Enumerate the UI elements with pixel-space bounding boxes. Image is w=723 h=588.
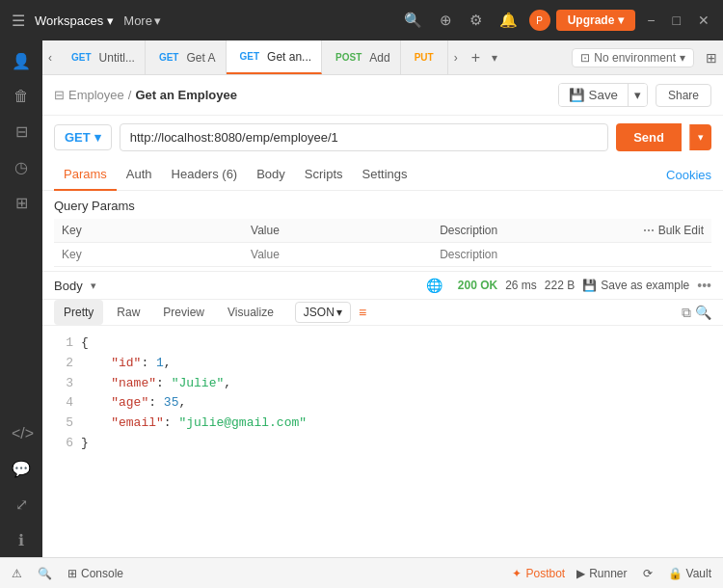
save-icon: 💾 <box>569 88 585 102</box>
method-chevron: ▾ <box>94 130 101 145</box>
tab-next-button[interactable]: › <box>448 40 464 74</box>
format-label: JSON <box>304 306 335 319</box>
tab-method-get: GET <box>67 51 95 64</box>
vault-button[interactable]: 🔒 Vault <box>664 567 715 580</box>
workspaces-menu[interactable]: Workspaces ▾ <box>35 13 114 28</box>
add-tab-button[interactable]: + <box>464 49 488 67</box>
copy-icon[interactable]: ⧉ <box>682 305 691 321</box>
tab-method-get: GET <box>236 50 264 63</box>
tab-prev-button[interactable]: ‹ <box>42 40 58 74</box>
tab-label: Add <box>369 51 389 65</box>
tabs-bar: ‹ GET Untitl... GET Get A GET Get an... … <box>42 40 723 75</box>
response-tabs: Pretty Raw Preview Visualize JSON ▾ ≡ ⧉ … <box>42 300 723 326</box>
tab-add[interactable]: POST Add <box>322 40 401 74</box>
minimize-button[interactable]: − <box>641 9 660 32</box>
console-button[interactable]: ⊞ Console <box>64 567 127 580</box>
request-tabs: Params Auth Headers (6) Body Scripts Set… <box>42 159 723 191</box>
sidebar-icon-grid[interactable]: ⊞ <box>4 186 39 220</box>
maximize-button[interactable]: □ <box>667 9 686 32</box>
resp-tab-raw[interactable]: Raw <box>107 300 149 325</box>
layout-icon[interactable]: ⊞ <box>700 50 723 66</box>
param-value-input[interactable] <box>251 248 424 261</box>
sidebar-icon-rotate[interactable]: ⤢ <box>4 488 39 521</box>
param-key-input[interactable] <box>62 248 235 261</box>
sidebar-icon-comment[interactable]: 💬 <box>4 452 39 486</box>
body-chevron[interactable]: ▾ <box>91 280 96 292</box>
sidebar-icon-person[interactable]: 👤 <box>4 44 39 78</box>
topbar: ☰ Workspaces ▾ More ▾ 🔍 ⊕ ⚙ 🔔 P Upgrade … <box>0 0 723 40</box>
req-tab-body[interactable]: Body <box>247 159 295 191</box>
send-button[interactable]: Send <box>616 123 682 151</box>
req-tab-headers[interactable]: Headers (6) <box>162 159 248 191</box>
status-badge: 200 OK <box>458 279 497 292</box>
warning-button[interactable]: ⚠ <box>8 567 26 580</box>
tab-get-a[interactable]: GET Get A <box>146 40 227 74</box>
save-label: Save <box>589 88 618 102</box>
tab-label: Get an... <box>267 50 311 64</box>
sidebar-icon-collections[interactable]: ⊟ <box>4 115 39 148</box>
postbot-button[interactable]: ✦ Postbot <box>512 567 565 580</box>
url-bar: GET ▾ Send ▾ <box>42 116 723 159</box>
filter-icon[interactable]: ≡ <box>359 305 366 320</box>
globe-icon: 🌐 <box>426 278 442 293</box>
menu-icon[interactable]: ☰ <box>8 8 29 34</box>
json-line-6: 6 } <box>54 434 711 454</box>
vault-label: Vault <box>686 567 711 580</box>
close-button[interactable]: ✕ <box>692 9 715 32</box>
resp-tab-visualize[interactable]: Visualize <box>218 300 283 325</box>
save-example-button[interactable]: 💾 Save as example <box>582 279 689 292</box>
request-header: ⊟ Employee / Get an Employee 💾 Save ▾ Sh… <box>42 75 723 116</box>
format-select[interactable]: JSON ▾ <box>295 302 351 323</box>
req-tab-scripts[interactable]: Scripts <box>295 159 353 191</box>
response-section: Body ▾ 🌐 200 OK 26 ms 222 B 💾 Save as ex… <box>42 271 723 557</box>
param-description-input[interactable] <box>440 248 613 261</box>
req-tab-auth[interactable]: Auth <box>117 159 162 191</box>
size-badge: 222 B <box>545 279 575 292</box>
runner-button[interactable]: ▶ Runner <box>573 567 630 580</box>
params-table: Key Value Description ⋯ Bulk Edit <box>54 219 711 267</box>
upgrade-button[interactable]: Upgrade ▾ <box>556 10 636 31</box>
more-menu[interactable]: More ▾ <box>123 13 161 28</box>
resp-tab-pretty[interactable]: Pretty <box>54 300 103 325</box>
resp-tab-preview[interactable]: Preview <box>153 300 214 325</box>
tab-get-employee[interactable]: GET Get an... <box>227 40 323 74</box>
search-response-icon[interactable]: 🔍 <box>695 305 711 320</box>
environment-select[interactable]: ⊡ No environment ▾ <box>572 48 694 67</box>
response-more-button[interactable]: ••• <box>697 278 711 293</box>
bell-icon[interactable]: 🔔 <box>494 8 523 33</box>
json-line-4: 4 "age": 35, <box>54 393 711 414</box>
search-bottom-button[interactable]: 🔍 <box>34 567 56 580</box>
avatar[interactable]: P <box>529 10 550 31</box>
bulk-edit-label[interactable]: Bulk Edit <box>658 224 704 237</box>
tabs-dropdown-button[interactable]: ▾ <box>488 51 501 65</box>
col-value: Value <box>243 219 432 243</box>
more-label: More <box>123 13 152 28</box>
sidebar-icon-info[interactable]: ℹ <box>4 523 39 557</box>
url-input[interactable] <box>120 123 608 151</box>
sidebar-icon-history[interactable]: ◷ <box>4 150 39 184</box>
tab-method-get: GET <box>155 51 183 64</box>
share-button[interactable]: Share <box>656 84 711 107</box>
save-dropdown-button[interactable]: ▾ <box>628 84 647 106</box>
sidebar-icon-trash[interactable]: 🗑 <box>4 80 39 113</box>
save-button[interactable]: 💾 Save <box>559 84 628 106</box>
req-tab-settings[interactable]: Settings <box>353 159 417 191</box>
col-description: Description <box>432 219 621 243</box>
sync-button[interactable]: ⟳ <box>639 567 656 580</box>
sidebar-icon-code[interactable]: </> <box>4 417 39 450</box>
req-tab-params[interactable]: Params <box>54 159 117 191</box>
param-row-empty <box>54 243 711 267</box>
search-icon[interactable]: 🔍 <box>398 8 428 33</box>
add-collaborator-icon[interactable]: ⊕ <box>434 8 458 33</box>
env-chevron: ▾ <box>680 51 685 65</box>
tab-put[interactable]: PUT <box>401 40 448 74</box>
tabs-right: ⊡ No environment ▾ ⊞ <box>572 48 723 67</box>
breadcrumb-current: Get an Employee <box>135 88 236 102</box>
sidebar: 👤 🗑 ⊟ ◷ ⊞ </> 💬 ⤢ ℹ <box>0 40 42 557</box>
send-dropdown-button[interactable]: ▾ <box>689 124 711 150</box>
tab-untitled[interactable]: GET Untitl... <box>58 40 146 74</box>
breadcrumb-icon: ⊟ <box>54 88 65 102</box>
settings-icon[interactable]: ⚙ <box>464 8 488 33</box>
cookies-link[interactable]: Cookies <box>666 160 711 190</box>
method-select[interactable]: GET ▾ <box>54 124 112 150</box>
